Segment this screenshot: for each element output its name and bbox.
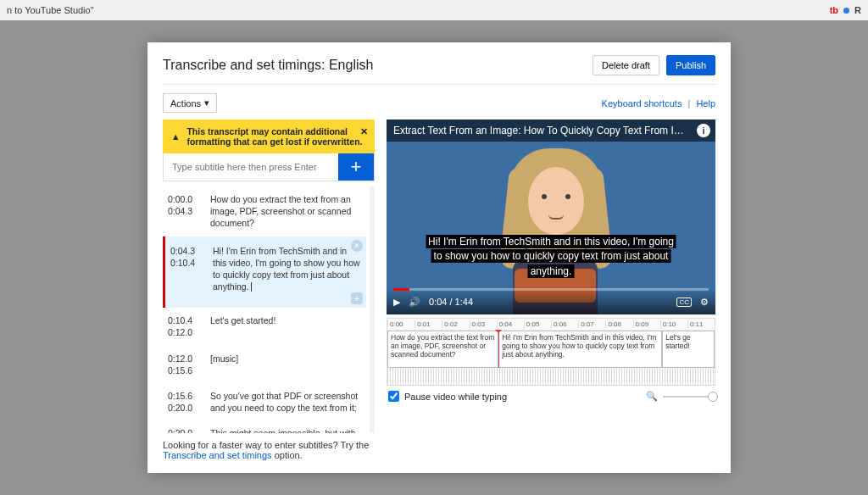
- topbar-r[interactable]: R: [854, 5, 861, 15]
- ruler-tick: 0:02: [442, 320, 469, 328]
- timeline-ruler: 0:000:010:020:030:040:050:060:070:080:09…: [387, 319, 715, 331]
- volume-icon[interactable]: 🔊: [409, 297, 420, 308]
- back-to-studio[interactable]: n to YouTube Studio": [7, 5, 94, 15]
- caption-row[interactable]: 0:20.00:24.2This might seem impossible, …: [163, 420, 366, 433]
- subtitle-input[interactable]: [164, 153, 338, 181]
- modal-header: Transcribe and set timings: English Dele…: [163, 55, 715, 85]
- transcribe-link[interactable]: Transcribe and set timings: [163, 450, 272, 460]
- zoom-slider[interactable]: [663, 396, 714, 398]
- caption-time: 0:10.40:12.0: [168, 314, 200, 338]
- tubebuddy-icon[interactable]: tb: [830, 5, 838, 15]
- insert-caption-icon[interactable]: +: [351, 292, 363, 304]
- actions-label: Actions: [170, 98, 201, 108]
- caption-time: 0:15.60:20.0: [168, 390, 200, 414]
- subtitle-editor-modal: Transcribe and set timings: English Dele…: [147, 42, 731, 473]
- warning-banner: ▲ This transcript may contain additional…: [163, 120, 375, 153]
- video-controls: ▶ 🔊 0:04 / 1:44 CC ⚙: [387, 289, 715, 314]
- pause-while-typing[interactable]: Pause video while typing: [388, 391, 507, 402]
- delete-caption-icon[interactable]: ✕: [351, 240, 363, 252]
- close-icon[interactable]: ✕: [360, 126, 368, 136]
- caption-row[interactable]: 0:15.60:20.0So you've got that PDF or sc…: [163, 383, 366, 420]
- caption-time: 0:20.00:24.2: [168, 427, 200, 433]
- timeline-caption-block[interactable]: Let's ge started!: [662, 331, 715, 368]
- caption-text: This might seem impossible, but with Sna…: [210, 427, 361, 433]
- footer-post: option.: [272, 450, 303, 460]
- modal-backdrop: n to YouTube Studio" tb R Transcribe and…: [0, 0, 868, 495]
- zoom-control[interactable]: 🔍: [646, 391, 714, 402]
- actions-dropdown[interactable]: Actions ▾: [163, 93, 217, 113]
- keyboard-shortcuts-link[interactable]: Keyboard shortcuts: [602, 98, 682, 108]
- playhead[interactable]: [498, 331, 499, 368]
- ruler-tick: 0:04: [497, 320, 524, 328]
- caption-text: So you've got that PDF or screenshot and…: [210, 390, 361, 414]
- timeline[interactable]: 0:000:010:020:030:040:050:060:070:080:09…: [387, 318, 715, 386]
- pause-label: Pause video while typing: [404, 392, 507, 402]
- timeline-footer: Pause video while typing 🔍: [387, 386, 715, 407]
- ruler-tick: 0:05: [524, 320, 551, 328]
- pause-checkbox[interactable]: [388, 391, 399, 402]
- video-panel: Extract Text From an Image: How To Quick…: [387, 120, 715, 460]
- warning-icon: ▲: [171, 131, 180, 142]
- time-display: 0:04 / 1:44: [429, 297, 473, 307]
- footer-pre: Looking for a faster way to enter subtit…: [163, 440, 369, 450]
- footer-hint: Looking for a faster way to enter subtit…: [163, 433, 375, 460]
- ruler-tick: 0:11: [687, 320, 715, 328]
- timeline-caption-block[interactable]: How do you extract the text from an imag…: [387, 331, 498, 368]
- ruler-tick: 0:00: [387, 320, 415, 328]
- publish-button[interactable]: Publish: [666, 55, 715, 75]
- separator: |: [687, 98, 690, 108]
- caption-text: Let's get started!: [210, 314, 361, 338]
- delete-draft-button[interactable]: Delete draft: [593, 55, 659, 75]
- toolbar: Actions ▾ Keyboard shortcuts | Help: [163, 85, 715, 120]
- caption-time: 0:04.30:10.4: [170, 245, 203, 293]
- add-subtitle-button[interactable]: +: [338, 153, 374, 181]
- caption-row[interactable]: 0:12.00:15.6[music]: [163, 346, 366, 383]
- timeline-blocks[interactable]: How do you extract the text from an imag…: [387, 331, 715, 368]
- ruler-tick: 0:09: [633, 320, 660, 328]
- chevron-down-icon: ▾: [204, 97, 209, 108]
- caption-text: [music]: [210, 353, 361, 376]
- caption-text[interactable]: Hi! I'm Erin from TechSmith and in this …: [213, 245, 361, 293]
- play-icon[interactable]: ▶: [393, 297, 400, 308]
- caption-overlay: Hi! I'm Erin from TechSmith and in this …: [400, 235, 703, 279]
- video-title: Extract Text From an Image: How To Quick…: [387, 120, 715, 142]
- help-link[interactable]: Help: [696, 98, 715, 108]
- warning-text: This transcript may contain additional f…: [186, 126, 366, 147]
- caption-text: How do you extract the text from an imag…: [210, 193, 361, 230]
- search-icon: 🔍: [646, 391, 658, 402]
- window-topbar: n to YouTube Studio" tb R: [0, 0, 868, 20]
- info-icon[interactable]: i: [697, 124, 710, 137]
- ruler-tick: 0:01: [415, 320, 442, 328]
- transcript-panel: ▲ This transcript may contain additional…: [163, 120, 375, 460]
- status-dot: [843, 8, 849, 14]
- video-player[interactable]: Extract Text From an Image: How To Quick…: [387, 120, 715, 314]
- caption-row[interactable]: ✕+0:04.30:10.4Hi! I'm Erin from TechSmit…: [163, 236, 366, 309]
- ruler-tick: 0:06: [551, 320, 578, 328]
- caption-row[interactable]: 0:10.40:12.0Let's get started!: [163, 308, 366, 345]
- cc-icon[interactable]: CC: [676, 298, 692, 307]
- caption-list[interactable]: 0:00.00:04.3How do you extract the text …: [163, 186, 375, 433]
- waveform: [387, 368, 715, 385]
- caption-row[interactable]: 0:00.00:04.3How do you extract the text …: [163, 186, 366, 236]
- settings-icon[interactable]: ⚙: [700, 297, 709, 308]
- caption-time: 0:12.00:15.6: [168, 353, 200, 376]
- page-title: Transcribe and set timings: English: [163, 58, 373, 73]
- ruler-tick: 0:08: [605, 320, 632, 328]
- ruler-tick: 0:10: [660, 320, 687, 328]
- caption-time: 0:00.00:04.3: [168, 193, 200, 230]
- ruler-tick: 0:07: [578, 320, 605, 328]
- timeline-caption-block[interactable]: Hi! I'm Erin from TechSmith and in this …: [498, 331, 662, 368]
- ruler-tick: 0:03: [470, 320, 497, 328]
